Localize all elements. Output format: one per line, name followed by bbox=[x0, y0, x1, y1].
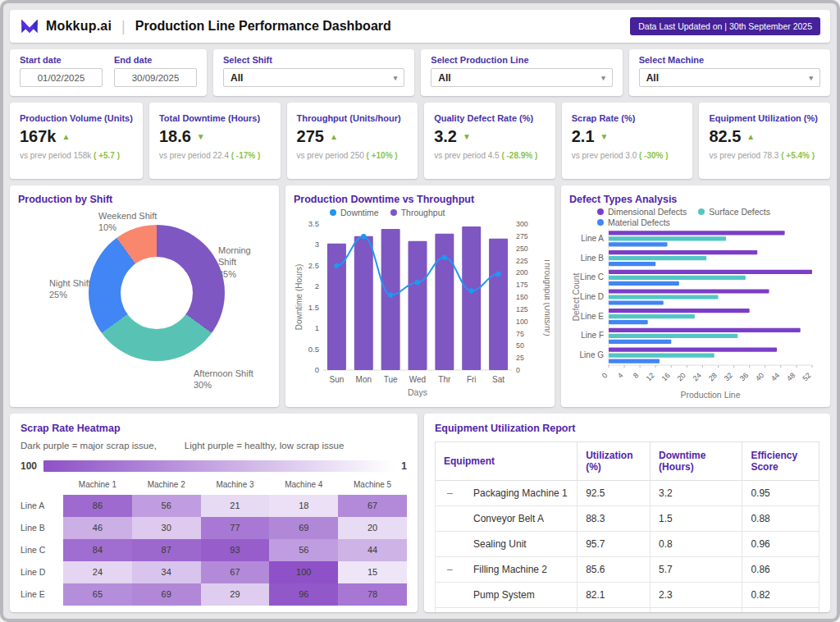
utilization-cell: 88.3 bbox=[578, 506, 651, 532]
heatmap-cell: 67 bbox=[338, 495, 407, 517]
donut-slice-label: Afternoon Shift30% bbox=[194, 368, 279, 391]
heatmap-cell: 78 bbox=[338, 583, 407, 606]
svg-text:225: 225 bbox=[516, 257, 528, 265]
heatmap-cell: 86 bbox=[63, 495, 132, 517]
chart-title: Production by Shift bbox=[18, 194, 271, 205]
equipment-table: EquipmentUtilization (%)Downtime (Hours)… bbox=[435, 441, 819, 612]
efficiency-cell: 0.89 bbox=[742, 608, 819, 613]
kpi-subtext: vs prev period 250 ( +10% ) bbox=[297, 151, 409, 160]
equipment-name-cell: Sealing Unit bbox=[436, 532, 578, 557]
heatmap-corner bbox=[21, 477, 63, 495]
utilization-cell: 85.6 bbox=[578, 557, 651, 583]
production-by-shift-card: Production by Shift Morning Shift35%Afte… bbox=[10, 185, 279, 407]
svg-text:Tue: Tue bbox=[384, 375, 398, 384]
kpi-label: Scrap Rate (%) bbox=[572, 113, 683, 123]
svg-text:1: 1 bbox=[315, 323, 319, 332]
heatmap-cell: 67 bbox=[201, 561, 270, 583]
heatmap-cell: 34 bbox=[132, 561, 201, 583]
downtime-cell: 3.2 bbox=[651, 481, 742, 506]
slice-percent: 10% bbox=[98, 222, 189, 233]
svg-text:12: 12 bbox=[644, 371, 655, 382]
last-updated-badge: Data Last Updated on | 30th September 20… bbox=[630, 17, 820, 35]
svg-text:Line A: Line A bbox=[581, 234, 604, 243]
kpi-delta: ( +5.7 ) bbox=[94, 151, 120, 160]
kpi-value: 275 bbox=[297, 127, 324, 146]
caret-down-icon: ▾ bbox=[394, 74, 398, 82]
kpi-prev-value: vs prev period 3.0 bbox=[572, 151, 639, 160]
end-date-field[interactable] bbox=[114, 68, 197, 87]
svg-text:Thr: Thr bbox=[438, 375, 451, 384]
scrap-heatmap-card: Scrap Rate Heatmap Dark purple = major s… bbox=[10, 414, 418, 612]
heatmap-column-header: Machine 5 bbox=[338, 477, 407, 495]
svg-text:Defect Count: Defect Count bbox=[572, 273, 581, 322]
kpi-value-row: 167k▲ bbox=[20, 127, 133, 146]
svg-text:0.5: 0.5 bbox=[308, 345, 319, 354]
svg-text:48: 48 bbox=[785, 371, 797, 382]
heatmap-row: Line E6569299678 bbox=[21, 583, 407, 606]
svg-text:0: 0 bbox=[315, 365, 319, 374]
svg-text:Downtime (Hours): Downtime (Hours) bbox=[294, 264, 304, 331]
svg-text:0: 0 bbox=[516, 366, 520, 374]
svg-text:52: 52 bbox=[801, 371, 812, 382]
heatmap-cell: 87 bbox=[132, 539, 201, 561]
chart-title: Equipment Utilization Report bbox=[435, 423, 819, 434]
donut-slice-label: Morning Shift35% bbox=[218, 245, 269, 280]
dashboard: Mokkup.ai | Production Line Performance … bbox=[0, 0, 840, 622]
heatmap-row: Line B4630776920 bbox=[21, 517, 407, 539]
shift-select-label: Select Shift bbox=[223, 55, 404, 65]
legend-dot-icon bbox=[597, 219, 604, 226]
collapse-toggle-icon[interactable]: – bbox=[447, 564, 453, 575]
kpi-value-row: 2.1▼ bbox=[572, 127, 683, 146]
production-line-select-label: Select Production Line bbox=[431, 55, 612, 65]
heatmap-cell: 21 bbox=[201, 495, 270, 517]
donut-chart: Morning Shift35%Afternoon Shift30%Night … bbox=[18, 205, 271, 402]
svg-text:3: 3 bbox=[315, 240, 319, 249]
kpi-value-row: 3.2▼ bbox=[434, 127, 546, 146]
heatmap-row-label: Line B bbox=[21, 517, 63, 539]
table-row: Pump System82.12.30.82 bbox=[436, 583, 819, 608]
chart-title: Production Downtime vs Throughput bbox=[294, 194, 546, 205]
header: Mokkup.ai | Production Line Performance … bbox=[10, 10, 830, 43]
slice-name: Afternoon Shift bbox=[194, 368, 279, 379]
svg-text:Line F: Line F bbox=[581, 331, 604, 340]
machine-select[interactable]: All ▾ bbox=[639, 68, 820, 87]
equipment-name: Packaging Machine 1 bbox=[473, 487, 568, 499]
kpi-label: Equipment Utilization (%) bbox=[709, 113, 820, 123]
svg-text:20: 20 bbox=[676, 371, 687, 382]
heatmap-cell: 29 bbox=[201, 583, 270, 606]
equipment-name-cell: Pump System bbox=[436, 583, 578, 608]
chart-legend: DowntimeThroughput bbox=[330, 208, 546, 217]
svg-text:Days: Days bbox=[408, 387, 427, 397]
svg-text:Line G: Line G bbox=[580, 350, 605, 359]
kpi-prev-value: vs prev period 22.4 bbox=[159, 151, 231, 160]
start-date-field[interactable] bbox=[20, 68, 103, 87]
production-line-select[interactable]: All ▾ bbox=[431, 68, 612, 87]
utilization-cell: 92.5 bbox=[578, 481, 651, 506]
legend-dot-icon bbox=[597, 208, 604, 215]
legend-label: Throughput bbox=[401, 208, 445, 217]
svg-text:100: 100 bbox=[516, 318, 528, 326]
heatmap-row-label: Line C bbox=[21, 539, 63, 561]
legend-label: Surface Defects bbox=[709, 207, 770, 217]
heatmap-column-header: Machine 2 bbox=[132, 477, 201, 495]
defect-types-card: Defect Types Analysis Dimensional Defect… bbox=[561, 185, 830, 407]
heatmap-note: Dark purple = major scrap issue, Light p… bbox=[21, 441, 407, 450]
defect-chart-svg: Line ALine BLine CLine DLine ELine FLine… bbox=[571, 227, 820, 401]
kpi-subtext: vs prev period 158k ( +5.7 ) bbox=[20, 151, 133, 160]
svg-text:8: 8 bbox=[632, 371, 641, 380]
table-row: Conveyor Belt A88.31.50.88 bbox=[436, 506, 819, 532]
caret-down-icon: ▾ bbox=[809, 74, 813, 82]
shift-select[interactable]: All ▾ bbox=[223, 68, 404, 87]
svg-text:32: 32 bbox=[723, 371, 734, 382]
downtime-cell: 1.5 bbox=[651, 506, 742, 532]
kpi-subtext: vs prev period 4.5 ( -28.9% ) bbox=[434, 151, 546, 160]
collapse-toggle-icon[interactable]: – bbox=[447, 487, 453, 499]
donut-slice-label: Weekend Shift10% bbox=[98, 210, 189, 234]
legend-item: Material Defects bbox=[597, 217, 670, 227]
heatmap-cell: 69 bbox=[269, 517, 338, 539]
heatmap-note-light: Light purple = healthy, low scrap issue bbox=[185, 441, 344, 450]
efficiency-cell: 0.95 bbox=[742, 481, 819, 506]
svg-text:275: 275 bbox=[516, 232, 528, 240]
legend-label: Material Defects bbox=[608, 217, 670, 227]
start-date-label: Start date bbox=[20, 55, 103, 65]
